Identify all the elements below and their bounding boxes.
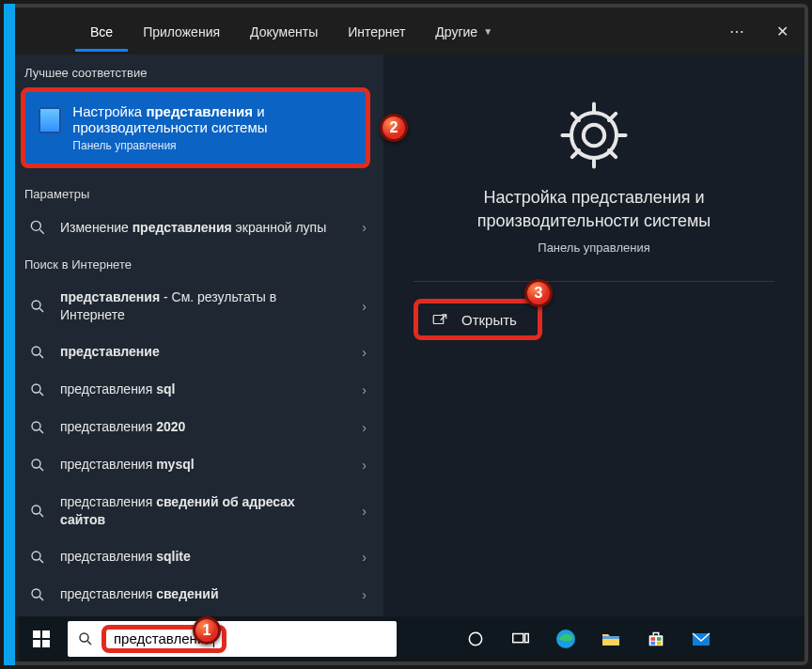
svg-point-10 <box>32 459 40 468</box>
best-match-title: Настройка представления и производительн… <box>72 103 352 135</box>
chevron-right-icon: › <box>362 587 367 602</box>
result-web-8[interactable]: представления сведений › <box>8 576 383 614</box>
open-button[interactable]: Открыть <box>414 299 542 340</box>
tab-documents[interactable]: Документы <box>235 11 333 52</box>
taskbar-search[interactable]: представления <box>68 621 397 657</box>
result-text: представления 2020 <box>60 418 367 436</box>
svg-point-2 <box>32 301 40 309</box>
search-tabs: Все Приложения Документы Интернет Другие… <box>8 8 804 54</box>
svg-point-14 <box>32 552 40 560</box>
close-icon[interactable]: ✕ <box>771 20 793 42</box>
chevron-right-icon: › <box>362 382 367 397</box>
search-icon <box>28 585 47 604</box>
svg-line-17 <box>39 597 43 600</box>
result-web-3[interactable]: представления sql › <box>8 371 383 409</box>
svg-rect-25 <box>525 634 529 643</box>
svg-rect-31 <box>651 642 656 646</box>
svg-rect-32 <box>657 642 662 646</box>
chevron-right-icon: › <box>362 345 367 360</box>
gear-icon <box>556 98 632 173</box>
chevron-right-icon: › <box>362 220 367 235</box>
best-match-item[interactable]: Настройка представления и производительн… <box>21 87 370 168</box>
svg-line-15 <box>39 559 43 563</box>
result-text: представления sqlite <box>60 548 367 566</box>
svg-rect-30 <box>657 637 662 641</box>
svg-point-21 <box>80 633 88 642</box>
svg-point-4 <box>32 347 40 355</box>
tab-apps[interactable]: Приложения <box>128 11 235 52</box>
chevron-right-icon: › <box>362 504 367 519</box>
windows-icon <box>33 630 50 647</box>
chevron-right-icon: › <box>362 299 367 314</box>
svg-point-18 <box>584 125 604 146</box>
search-icon <box>28 381 47 399</box>
result-text: представления sql <box>60 381 367 398</box>
result-web-4[interactable]: представления 2020 › <box>8 409 383 446</box>
separator <box>414 281 774 282</box>
tab-other[interactable]: Другие ▼ <box>420 11 508 52</box>
callout-badge-1: 1 <box>193 616 221 645</box>
taskbar-taskview[interactable] <box>498 616 543 661</box>
tab-internet[interactable]: Интернет <box>333 11 420 52</box>
result-text: Изменение представления экранной лупы <box>60 219 367 237</box>
taskbar-mail[interactable] <box>679 616 724 661</box>
search-icon <box>77 630 94 647</box>
more-icon[interactable]: ⋯ <box>726 20 748 42</box>
chevron-right-icon: › <box>362 420 367 435</box>
svg-line-9 <box>39 429 43 433</box>
svg-point-23 <box>469 632 481 645</box>
tab-all[interactable]: Все <box>75 11 128 52</box>
result-web-7[interactable]: представления sqlite › <box>8 538 383 576</box>
result-web-6[interactable]: представления сведений об адресах сайтов… <box>8 484 383 538</box>
chevron-down-icon: ▼ <box>483 26 492 37</box>
accent-strip <box>4 4 15 665</box>
result-text: представления сведений об адресах сайтов <box>60 493 367 529</box>
result-text: представления mysql <box>60 456 367 474</box>
magnifier-settings-icon <box>28 218 47 237</box>
svg-line-22 <box>87 641 91 645</box>
result-text: представление <box>60 343 367 361</box>
taskbar-cortana[interactable] <box>453 616 498 661</box>
svg-line-7 <box>39 392 43 396</box>
search-icon <box>28 456 47 475</box>
svg-line-3 <box>39 308 43 312</box>
svg-point-12 <box>32 506 40 514</box>
detail-subtitle: Панель управления <box>538 241 649 255</box>
taskbar-store[interactable] <box>633 616 679 661</box>
search-icon <box>28 502 47 521</box>
result-web-5[interactable]: представления mysql › <box>8 446 383 484</box>
svg-point-19 <box>571 113 617 158</box>
control-panel-icon <box>39 107 61 133</box>
open-label: Открыть <box>461 312 517 328</box>
section-parameters: Параметры <box>8 176 383 209</box>
detail-pane: Настройка представления и производительн… <box>383 54 804 616</box>
svg-rect-24 <box>513 634 523 643</box>
svg-line-13 <box>39 513 43 517</box>
callout-badge-3: 3 <box>524 279 553 307</box>
taskbar-explorer[interactable] <box>588 616 633 661</box>
tab-other-label: Другие <box>435 24 477 39</box>
search-icon <box>28 343 47 362</box>
search-icon <box>28 297 47 316</box>
svg-point-6 <box>32 384 40 393</box>
search-icon <box>28 418 47 437</box>
chevron-right-icon: › <box>362 550 367 565</box>
section-best-match: Лучшее соответствие <box>8 54 383 87</box>
svg-point-16 <box>32 589 40 598</box>
taskbar: представления <box>19 616 804 661</box>
svg-line-1 <box>40 230 44 234</box>
results-column: Лучшее соответствие Настройка представле… <box>8 54 383 616</box>
svg-rect-27 <box>602 636 619 639</box>
start-button[interactable] <box>19 616 64 661</box>
taskbar-edge[interactable] <box>543 616 588 661</box>
callout-badge-2: 2 <box>380 114 408 142</box>
best-match-sub: Панель управления <box>72 139 352 152</box>
result-magnifier[interactable]: Изменение представления экранной лупы › <box>8 209 383 246</box>
chevron-right-icon: › <box>362 458 367 473</box>
svg-rect-29 <box>651 637 656 641</box>
svg-line-11 <box>39 467 43 471</box>
svg-line-5 <box>39 354 43 358</box>
result-web-1[interactable]: представления - См. результаты в Интерне… <box>8 279 383 334</box>
result-web-2[interactable]: представление › <box>8 334 383 371</box>
svg-point-0 <box>31 221 40 230</box>
